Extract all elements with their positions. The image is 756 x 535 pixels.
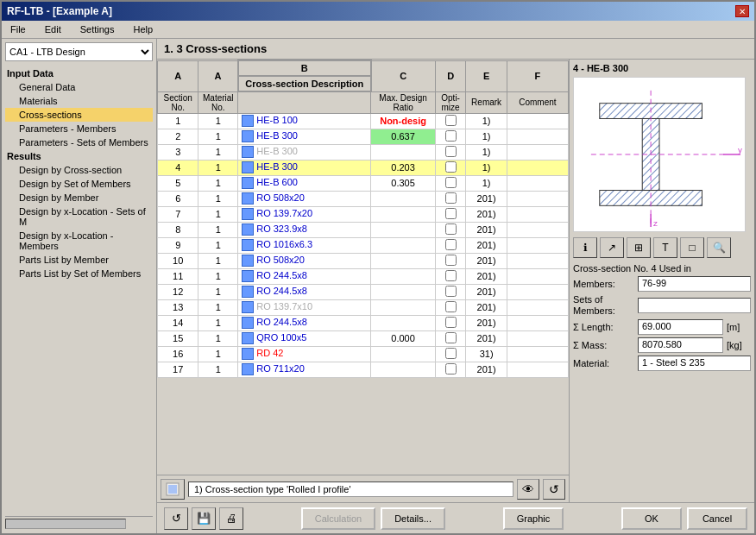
table-row[interactable]: 21HE-B 3000.6371)	[158, 129, 569, 144]
tree-parts-member[interactable]: Parts List by Member	[5, 253, 153, 267]
optimize-checkbox[interactable]	[445, 301, 457, 312]
cell-optimize[interactable]	[435, 160, 466, 175]
bottom-bar: ↺ 💾 🖨 Calculation Details... Graphic OK …	[157, 502, 754, 533]
table-row[interactable]: 121RO 244.5x8201)	[158, 284, 569, 299]
table-row[interactable]: 71RO 139.7x20201)	[158, 206, 569, 222]
tree-design-xloc-members[interactable]: Design by x-Location - Members	[5, 229, 153, 253]
cell-optimize[interactable]	[435, 175, 466, 191]
cell-cs-name: QRO 100x5	[238, 330, 371, 346]
mass-unit: [kg]	[727, 340, 751, 350]
cell-optimize[interactable]	[435, 191, 466, 206]
table-row[interactable]: 31HE-B 3001)	[158, 144, 569, 160]
tree-general-data[interactable]: General Data	[5, 80, 153, 94]
optimize-checkbox[interactable]	[445, 348, 457, 359]
module-select[interactable]: CA1 - LTB Design	[5, 42, 153, 61]
cell-optimize[interactable]	[435, 362, 466, 377]
refresh-button[interactable]: ↺	[543, 479, 565, 500]
cell-ratio: 0.000	[371, 330, 435, 346]
optimize-checkbox[interactable]	[445, 363, 457, 374]
cell-optimize[interactable]	[435, 284, 466, 299]
cancel-button[interactable]: Cancel	[687, 507, 747, 530]
cell-optimize[interactable]	[435, 222, 466, 237]
tree-materials[interactable]: Materials	[5, 94, 153, 108]
ok-button[interactable]: OK	[621, 507, 682, 530]
menu-help[interactable]: Help	[128, 22, 158, 36]
table-scroll[interactable]: A A B C D E F Cross-section Description	[157, 60, 569, 475]
table-row[interactable]: 151QRO 100x50.000201)	[158, 330, 569, 346]
optimize-checkbox[interactable]	[445, 115, 457, 126]
table-row[interactable]: 81RO 323.9x8201)	[158, 222, 569, 237]
main-window: RF-LTB - [Example A] ✕ File Edit Setting…	[0, 0, 756, 535]
optimize-checkbox[interactable]	[445, 286, 457, 297]
optimize-checkbox[interactable]	[445, 239, 457, 250]
length-unit: [m]	[727, 322, 751, 332]
menu-edit[interactable]: Edit	[40, 22, 66, 36]
cell-optimize[interactable]	[435, 315, 466, 330]
graphic-button[interactable]: Graphic	[503, 507, 564, 530]
optimize-checkbox[interactable]	[445, 208, 457, 219]
optimize-checkbox[interactable]	[445, 270, 457, 281]
cell-optimize[interactable]	[435, 113, 466, 129]
cell-section-no: 6	[158, 191, 198, 206]
tree-design-sets[interactable]: Design by Set of Members	[5, 177, 153, 191]
cell-cs-name: RO 711x20	[238, 362, 371, 377]
tree-design-cross[interactable]: Design by Cross-section	[5, 163, 153, 177]
tree-cross-sections[interactable]: Cross-sections	[5, 108, 153, 122]
table-row[interactable]: 51HE-B 6000.3051)	[158, 175, 569, 191]
cell-optimize[interactable]	[435, 206, 466, 222]
cell-optimize[interactable]	[435, 346, 466, 362]
optimize-checkbox[interactable]	[445, 317, 457, 328]
optimize-checkbox[interactable]	[445, 332, 457, 343]
table-row[interactable]: 141RO 244.5x8201)	[158, 315, 569, 330]
details-button[interactable]: Details...	[381, 507, 445, 530]
optimize-checkbox[interactable]	[445, 161, 457, 173]
status-icon-img[interactable]	[161, 479, 185, 500]
table-row[interactable]: 131RO 139.7x10201)	[158, 299, 569, 315]
cell-optimize[interactable]	[435, 330, 466, 346]
table-row[interactable]: 11HE-B 100Non-desig1)	[158, 113, 569, 129]
text-icon-btn[interactable]: T	[653, 237, 677, 258]
menu-settings[interactable]: Settings	[75, 22, 120, 36]
tree-parts-sets[interactable]: Parts List by Set of Members	[5, 267, 153, 280]
save-icon-btn[interactable]: 💾	[192, 507, 216, 530]
table-row[interactable]: 111RO 244.5x8201)	[158, 268, 569, 284]
table-row[interactable]: 161RD 4231)	[158, 346, 569, 362]
cell-material-no: 1	[198, 346, 238, 362]
cell-remark: 201)	[466, 330, 507, 346]
menu-file[interactable]: File	[5, 22, 31, 36]
horizontal-scrollbar[interactable]	[5, 519, 126, 529]
tree-design-xloc-sets[interactable]: Design by x-Location - Sets of M	[5, 205, 153, 229]
optimize-checkbox[interactable]	[445, 146, 457, 157]
zoom-icon-btn[interactable]: 🔍	[707, 237, 731, 258]
optimize-checkbox[interactable]	[445, 177, 457, 188]
cell-optimize[interactable]	[435, 129, 466, 144]
svg-rect-1	[168, 485, 177, 494]
close-button[interactable]: ✕	[735, 5, 749, 17]
eye-button[interactable]: 👁	[517, 479, 539, 500]
cell-optimize[interactable]	[435, 237, 466, 253]
tree-parameters-members[interactable]: Parameters - Members	[5, 122, 153, 135]
cell-optimize[interactable]	[435, 144, 466, 160]
table-row[interactable]: 61RO 508x20201)	[158, 191, 569, 206]
refresh-icon-btn[interactable]: ↺	[164, 507, 188, 530]
optimize-checkbox[interactable]	[445, 255, 457, 266]
table-row[interactable]: 171RO 711x20201)	[158, 362, 569, 377]
optimize-checkbox[interactable]	[445, 130, 457, 142]
calculation-button[interactable]: Calculation	[301, 507, 375, 530]
table-row[interactable]: 91RO 1016x6.3201)	[158, 237, 569, 253]
tree-parameters-sets[interactable]: Parameters - Sets of Members	[5, 135, 153, 149]
tree-design-member[interactable]: Design by Member	[5, 191, 153, 205]
table-row[interactable]: 101RO 508x20201)	[158, 253, 569, 268]
rect-icon-btn[interactable]: □	[680, 237, 704, 258]
print-icon-btn[interactable]: 🖨	[219, 507, 243, 530]
optimize-checkbox[interactable]	[445, 192, 457, 204]
grid-icon-btn[interactable]: ⊞	[627, 237, 651, 258]
col-subheader-remark: Remark	[466, 91, 507, 113]
cell-optimize[interactable]	[435, 268, 466, 284]
arrow-icon-btn[interactable]: ↗	[600, 237, 624, 258]
info-icon-btn[interactable]: ℹ	[573, 237, 597, 258]
optimize-checkbox[interactable]	[445, 223, 457, 235]
table-row[interactable]: 41HE-B 3000.2031)	[158, 160, 569, 175]
cell-optimize[interactable]	[435, 253, 466, 268]
cell-optimize[interactable]	[435, 299, 466, 315]
